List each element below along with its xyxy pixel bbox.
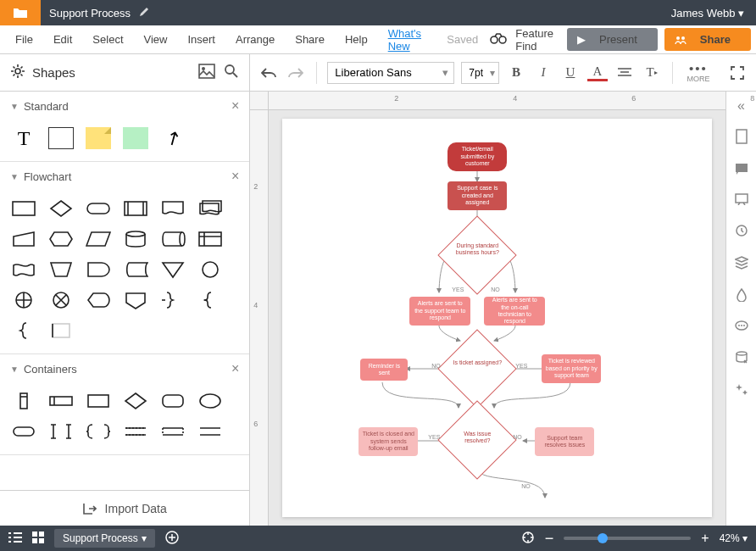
shape-preparation[interactable]: [46, 226, 76, 252]
text-style-button[interactable]: T▸: [642, 63, 662, 83]
menu-arrange[interactable]: Arrange: [225, 33, 285, 46]
menu-file[interactable]: File: [5, 33, 43, 46]
green-shape[interactable]: [120, 125, 151, 151]
pencil-icon[interactable]: [139, 7, 149, 19]
shape-display[interactable]: [83, 287, 114, 313]
close-icon[interactable]: ×: [231, 98, 239, 114]
menu-help[interactable]: Help: [335, 33, 378, 46]
drop-icon[interactable]: [736, 288, 748, 305]
node-reminder[interactable]: Reminder is sent: [360, 359, 408, 381]
comment-icon[interactable]: [735, 163, 748, 178]
shape-decision[interactable]: [46, 196, 76, 221]
container-2[interactable]: [46, 388, 76, 414]
grid-view-icon[interactable]: [32, 532, 44, 546]
container-3[interactable]: [83, 388, 114, 414]
shape-connector[interactable]: [195, 257, 225, 282]
node-case[interactable]: Support case is created and assigned: [447, 181, 507, 210]
shape-predefined[interactable]: [120, 196, 151, 221]
bold-button[interactable]: B: [506, 63, 526, 83]
shape-brace-r[interactable]: [158, 287, 188, 313]
container-1[interactable]: [8, 388, 39, 414]
node-alerts-oncall[interactable]: Alerts are sent to the on-call technicia…: [484, 297, 545, 326]
note-shape[interactable]: [83, 125, 114, 151]
text-color-button[interactable]: A: [587, 64, 608, 81]
zoom-level[interactable]: 42% ▾: [720, 532, 748, 544]
import-data-button[interactable]: Import Data: [0, 490, 249, 526]
section-containers[interactable]: ▼Containers ×: [0, 354, 249, 383]
redo-button[interactable]: [286, 63, 306, 83]
node-start[interactable]: Ticket/email submitted by customer: [447, 142, 507, 171]
target-icon[interactable]: [521, 531, 535, 547]
present-button[interactable]: ▶ Present: [567, 28, 658, 51]
container-11[interactable]: [158, 419, 188, 444]
zoom-out-button[interactable]: −: [545, 530, 554, 548]
menu-insert[interactable]: Insert: [177, 33, 225, 46]
rect-shape[interactable]: [46, 125, 76, 151]
feature-find[interactable]: Feature Find: [515, 27, 560, 53]
doc-title[interactable]: Support Process: [41, 7, 139, 19]
size-select[interactable]: 7pt: [461, 62, 499, 84]
italic-button[interactable]: I: [533, 63, 553, 83]
menu-select[interactable]: Select: [82, 33, 133, 46]
history-icon[interactable]: [735, 224, 748, 241]
share-button[interactable]: Share: [664, 28, 751, 51]
shape-document[interactable]: [158, 196, 188, 221]
shape-paper-tape[interactable]: [8, 257, 39, 282]
sparkle-icon[interactable]: [735, 383, 748, 400]
close-icon[interactable]: ×: [231, 361, 239, 376]
shape-data[interactable]: [83, 226, 114, 252]
add-page-button[interactable]: [165, 531, 179, 547]
shape-note[interactable]: [46, 318, 76, 343]
container-6[interactable]: [195, 388, 225, 414]
font-select[interactable]: Liberation Sans: [327, 62, 454, 84]
container-4[interactable]: [120, 388, 151, 414]
shape-manual-input[interactable]: [8, 226, 39, 252]
shape-brace-l2[interactable]: [195, 287, 225, 313]
node-decision-assigned[interactable]: [438, 329, 517, 408]
underline-button[interactable]: U: [560, 63, 581, 83]
section-standard[interactable]: ▼Standard ×: [0, 92, 249, 120]
container-10[interactable]: [120, 419, 151, 444]
zoom-in-button[interactable]: +: [701, 531, 709, 546]
collapse-icon[interactable]: «: [737, 98, 745, 114]
search-icon[interactable]: [224, 64, 239, 82]
image-icon[interactable]: [198, 64, 215, 82]
menu-view[interactable]: View: [134, 33, 178, 46]
folder-icon[interactable]: [0, 0, 41, 25]
canvas-page[interactable]: Ticket/email submitted by customer Suppo…: [282, 119, 712, 517]
shape-delay[interactable]: [83, 257, 114, 282]
arrow-shape[interactable]: ↗: [158, 125, 188, 151]
shape-sum[interactable]: [46, 287, 76, 313]
shape-multidoc[interactable]: [195, 196, 225, 221]
container-5[interactable]: [158, 388, 188, 414]
gear-icon[interactable]: [10, 64, 25, 82]
shape-offpage[interactable]: [120, 287, 151, 313]
container-9[interactable]: [83, 419, 114, 444]
shape-or[interactable]: [8, 287, 39, 313]
shape-directdata[interactable]: [158, 226, 188, 252]
menu-edit[interactable]: Edit: [43, 33, 82, 46]
close-icon[interactable]: ×: [231, 169, 239, 184]
shape-database[interactable]: [120, 226, 151, 252]
undo-button[interactable]: [258, 63, 279, 83]
menu-whatsnew[interactable]: What's New: [378, 27, 437, 53]
chat-icon[interactable]: [735, 320, 748, 336]
menu-share[interactable]: Share: [285, 33, 335, 46]
align-button[interactable]: [614, 63, 635, 83]
node-alerts-team[interactable]: Alerts are sent to the support team to r…: [409, 297, 470, 326]
shape-manual-op[interactable]: [46, 257, 76, 282]
container-7[interactable]: [8, 419, 39, 444]
shape-merge[interactable]: [158, 257, 188, 282]
node-reviewed[interactable]: Ticket is reviewed based on priority by …: [542, 354, 601, 383]
node-resolves[interactable]: Support team resolves issues: [535, 427, 594, 456]
page-tab[interactable]: Support Process ▾: [54, 529, 155, 548]
container-8[interactable]: [46, 419, 76, 444]
shape-stored-data[interactable]: [120, 257, 151, 282]
text-shape[interactable]: T: [8, 125, 39, 151]
user-menu[interactable]: James Webb ▾: [659, 7, 756, 19]
shape-process[interactable]: [8, 196, 39, 221]
present-icon[interactable]: [735, 193, 748, 209]
page-icon[interactable]: [735, 129, 748, 147]
data-icon2[interactable]: [736, 351, 748, 368]
section-flowchart[interactable]: ▼Flowchart ×: [0, 162, 249, 191]
